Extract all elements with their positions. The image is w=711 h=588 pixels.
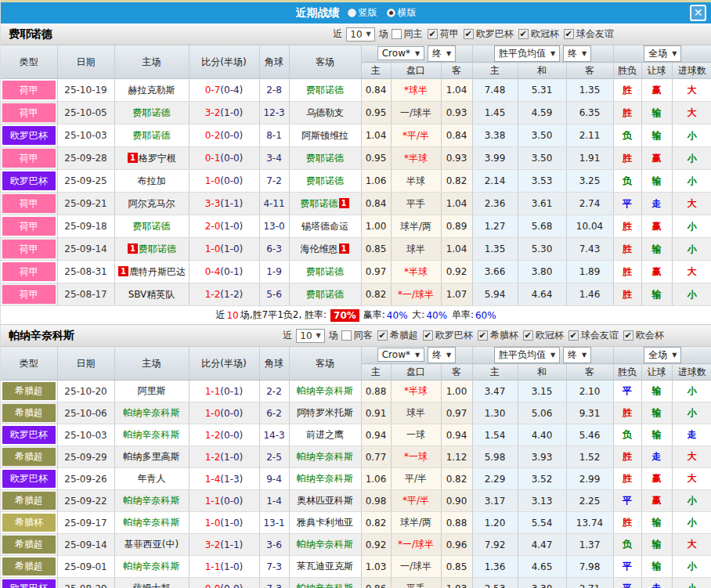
final-odds-select[interactable]: 终▼ (428, 45, 456, 62)
fulltime-score: 3-3 (205, 198, 221, 209)
match-date: 25-09-26 (57, 468, 114, 490)
corner-score: 2-5 (259, 446, 289, 468)
odds-home: 1.06 (361, 170, 391, 193)
handicap-line: 球半 (391, 238, 441, 261)
match-score: 1-0(0-0) (189, 170, 259, 193)
away-team: 阿斯顿维拉 (289, 124, 361, 147)
sub-header-8: 进球数 (672, 63, 711, 79)
corner-score: 12-3 (259, 102, 289, 124)
avg-away-win: 7.98 (566, 556, 613, 578)
league-checkbox[interactable]: ✔ (428, 29, 438, 39)
match-row: 希腊超25-09-29帕纳多里高斯1-2(1-0)2-5帕纳辛奈科斯0.77*一… (1, 446, 711, 468)
league-checkbox[interactable]: ✔ (523, 330, 533, 341)
avg-group-header: 胜平负均值▼终▼ (472, 347, 613, 364)
league-badge: 希腊超 (2, 557, 56, 575)
result-goals: 小 (672, 556, 711, 578)
avg-home-win: 7.92 (472, 534, 518, 556)
league-checkbox[interactable]: ✔ (478, 330, 488, 341)
corner-score: 1-9 (259, 261, 289, 283)
match-count-select[interactable]: 10▼ (346, 27, 374, 41)
match-score: 0-1(0-0) (189, 147, 259, 170)
odds-away: 0.93 (441, 102, 472, 124)
odds-home: 0.82 (361, 283, 391, 306)
avg-home-win: 1.20 (472, 512, 518, 534)
league-checkbox[interactable]: ✔ (623, 330, 633, 341)
close-button[interactable]: ✕ (690, 5, 706, 21)
avg-away-win: 7.43 (566, 238, 613, 261)
fulltime-score: 1-1 (205, 561, 221, 572)
league-checkbox[interactable]: ✔ (568, 330, 579, 341)
halftime-score: (1-0) (220, 107, 243, 118)
league-cell: 希腊超 (1, 446, 57, 468)
result-handicap: 输 (641, 556, 672, 578)
away-team: 费耶诺德1 (289, 193, 361, 215)
card-count-badge: 1 (339, 198, 349, 208)
league-checkbox[interactable]: ✔ (377, 330, 388, 341)
away-team: 帕纳辛奈科斯 (289, 534, 361, 556)
result-outcome: 平 (613, 193, 641, 215)
radio-unselected-icon[interactable] (348, 9, 356, 17)
final-avg-select[interactable]: 终▼ (563, 347, 591, 363)
sub-header-7: 让球 (641, 364, 672, 381)
handicap-line: *半球 (391, 261, 441, 283)
odds-away: 1.07 (441, 283, 472, 306)
avg-away-win: 6.35 (566, 102, 613, 124)
match-count-select[interactable]: 10▼ (296, 329, 324, 343)
odds-away: 1.04 (441, 238, 472, 261)
same-venue-checkbox[interactable] (392, 29, 402, 39)
handicap-line: 一/球半 (391, 556, 441, 578)
avg-odds-select[interactable]: 胜平负均值▼ (494, 45, 560, 62)
bookmaker-select[interactable]: Crow*▼ (377, 46, 424, 60)
odds-home: 0.94 (361, 424, 391, 446)
league-checkbox[interactable]: ✔ (464, 29, 474, 39)
layout-radio-group: 竖版 横版 (348, 6, 417, 20)
avg-draw: 5.68 (518, 215, 566, 238)
away-team: 帕纳辛奈科斯 (289, 468, 361, 490)
scope-select[interactable]: 全场▼ (644, 347, 681, 363)
final-odds-select[interactable]: 终▼ (428, 347, 456, 363)
avg-odds-select[interactable]: 胜平负均值▼ (494, 347, 560, 363)
final-avg-select[interactable]: 终▼ (563, 45, 591, 62)
league-checkbox[interactable]: ✔ (564, 29, 574, 39)
league-checkbox[interactable]: ✔ (518, 29, 529, 39)
avg-home-win: 1.45 (472, 102, 518, 124)
odds-home: 0.95 (361, 102, 391, 124)
same-venue-checkbox[interactable] (341, 330, 352, 341)
chevron-down-icon: ▼ (672, 50, 677, 57)
bookmaker-select-value: Crow* (382, 349, 410, 360)
match-score: 1-0(1-0) (189, 512, 259, 534)
result-goals: 大 (672, 102, 711, 124)
chevron-down-icon: ▼ (446, 352, 451, 359)
odds-home: 0.84 (361, 193, 391, 215)
league-checkbox[interactable]: ✔ (423, 330, 433, 341)
odds-group-header: Crow*▼终▼ (361, 347, 472, 364)
home-team: 1费耶诺德 (114, 238, 189, 261)
card-count-badge: 1 (128, 153, 138, 163)
near-label: 近 (283, 329, 292, 342)
handicap-line: *半球 (391, 147, 441, 170)
bookmaker-select[interactable]: Crow*▼ (377, 348, 424, 362)
match-score: 1-1(1-0) (189, 556, 259, 578)
home-team: 帕纳多里高斯 (114, 446, 189, 468)
fulltime-score: 1-1 (205, 496, 221, 507)
league-badge: 荷甲 (2, 217, 56, 236)
handicap-line: *一球 (391, 446, 441, 468)
radio-vertical-label: 竖版 (359, 6, 377, 20)
league-badge: 荷甲 (2, 240, 56, 258)
match-date: 25-09-28 (57, 147, 114, 170)
radio-horizontal-layout[interactable]: 横版 (387, 6, 417, 20)
odds-away: 0.82 (441, 468, 472, 490)
league-cell: 欧罗巴杯 (1, 578, 57, 588)
radio-selected-icon[interactable] (387, 9, 395, 17)
match-date: 25-09-25 (57, 170, 114, 193)
scope-select[interactable]: 全场▼ (644, 45, 681, 62)
avg-draw: 3.61 (518, 193, 566, 215)
fulltime-score: 1-2 (205, 289, 221, 300)
summary-count: 10 (226, 310, 238, 321)
match-row: 荷甲25-10-05费耶诺德3-2(1-0)12-3乌德勒支0.95一/球半0.… (1, 102, 711, 124)
chevron-down-icon: ▼ (415, 50, 420, 57)
result-goals: 大 (672, 468, 711, 490)
handicap-line: *一/球半 (391, 534, 441, 556)
radio-vertical-layout[interactable]: 竖版 (348, 6, 377, 20)
league-badge: 荷甲 (2, 285, 56, 304)
